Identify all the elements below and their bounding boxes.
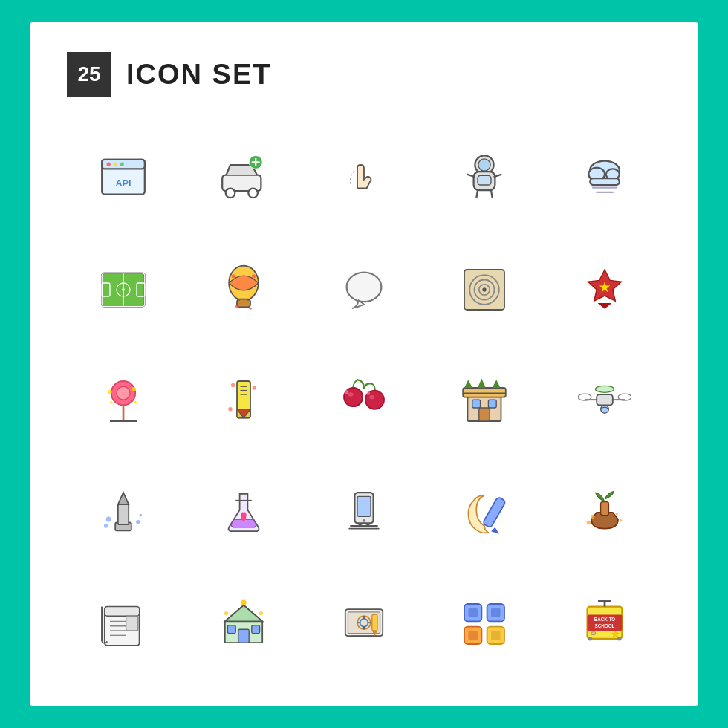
svg-point-93 bbox=[363, 519, 366, 523]
icon-back-to-school: BACK TO SCHOOL bbox=[548, 572, 661, 676]
icon-pencil-ruler bbox=[187, 349, 300, 453]
svg-rect-85 bbox=[118, 504, 129, 524]
icon-soccer-field bbox=[67, 238, 180, 342]
icon-building-store bbox=[428, 349, 541, 453]
svg-rect-96 bbox=[601, 502, 609, 516]
svg-point-88 bbox=[104, 524, 108, 527]
svg-point-67 bbox=[348, 392, 353, 396]
svg-rect-107 bbox=[126, 616, 138, 631]
svg-point-113 bbox=[224, 611, 228, 615]
svg-rect-132 bbox=[468, 631, 478, 640]
svg-point-69 bbox=[345, 390, 348, 394]
svg-line-18 bbox=[476, 190, 478, 198]
icon-badge-star bbox=[548, 238, 661, 342]
icon-chemistry-love bbox=[187, 461, 300, 565]
svg-point-54 bbox=[110, 401, 113, 404]
icon-design-tools bbox=[308, 572, 420, 676]
svg-rect-72 bbox=[472, 400, 481, 408]
svg-rect-92 bbox=[357, 496, 371, 516]
svg-point-7 bbox=[226, 189, 235, 198]
svg-point-53 bbox=[132, 387, 136, 391]
svg-point-41 bbox=[347, 273, 382, 302]
svg-point-83 bbox=[595, 386, 614, 392]
svg-rect-142 bbox=[591, 632, 595, 635]
icon-target bbox=[428, 238, 541, 342]
svg-point-63 bbox=[253, 386, 256, 389]
svg-point-98 bbox=[615, 513, 618, 516]
svg-rect-109 bbox=[238, 629, 249, 643]
icon-plant-boat bbox=[548, 461, 661, 565]
icon-add-car bbox=[187, 126, 300, 230]
icon-greenhouse bbox=[187, 572, 300, 676]
icon-drone bbox=[548, 349, 661, 453]
svg-point-37 bbox=[232, 274, 235, 278]
svg-rect-110 bbox=[227, 625, 235, 634]
svg-rect-131 bbox=[491, 608, 501, 617]
svg-point-97 bbox=[591, 515, 594, 519]
svg-point-30 bbox=[122, 288, 125, 291]
svg-line-19 bbox=[491, 190, 493, 198]
svg-rect-133 bbox=[491, 631, 501, 640]
main-card: 25 ICON SET API bbox=[30, 22, 698, 706]
icon-newspaper bbox=[67, 572, 180, 676]
header: 25 ICON SET bbox=[67, 52, 661, 97]
icon-astronaut bbox=[428, 126, 541, 230]
svg-point-40 bbox=[249, 307, 252, 310]
page-title: ICON SET bbox=[126, 59, 271, 91]
svg-point-3 bbox=[114, 162, 117, 166]
svg-rect-77 bbox=[597, 394, 613, 405]
svg-point-64 bbox=[228, 407, 232, 411]
svg-point-114 bbox=[259, 611, 263, 615]
svg-text:SCHOOL: SCHOOL bbox=[595, 623, 615, 628]
svg-point-62 bbox=[231, 383, 235, 387]
svg-point-82 bbox=[601, 405, 609, 413]
svg-rect-102 bbox=[105, 607, 140, 617]
svg-point-38 bbox=[252, 274, 256, 278]
icon-app-grid bbox=[428, 572, 541, 676]
icon-api-browser: API bbox=[67, 126, 180, 230]
svg-point-49 bbox=[117, 386, 130, 400]
svg-rect-15 bbox=[478, 175, 491, 185]
svg-text:API: API bbox=[116, 178, 131, 189]
icon-cherries bbox=[308, 349, 420, 453]
svg-point-52 bbox=[108, 390, 111, 394]
svg-point-55 bbox=[134, 401, 137, 404]
svg-point-39 bbox=[235, 305, 238, 308]
icon-lollipop bbox=[67, 349, 180, 453]
svg-rect-23 bbox=[590, 178, 620, 185]
svg-point-86 bbox=[106, 516, 111, 521]
icon-touch-gesture bbox=[308, 126, 420, 230]
svg-point-138 bbox=[617, 637, 621, 640]
svg-rect-94 bbox=[483, 497, 507, 528]
svg-point-2 bbox=[107, 162, 111, 166]
svg-rect-73 bbox=[488, 400, 496, 408]
badge-number: 25 bbox=[67, 52, 111, 97]
svg-marker-95 bbox=[491, 527, 499, 534]
svg-point-99 bbox=[587, 521, 591, 524]
svg-point-46 bbox=[482, 287, 486, 291]
icon-monument bbox=[67, 461, 180, 565]
svg-point-87 bbox=[136, 520, 140, 524]
svg-point-13 bbox=[478, 159, 490, 171]
icon-cloud-fog bbox=[548, 126, 661, 230]
svg-point-112 bbox=[241, 600, 246, 605]
svg-point-89 bbox=[140, 514, 143, 517]
svg-point-137 bbox=[588, 637, 592, 640]
svg-rect-111 bbox=[252, 625, 260, 634]
icon-moon-pen bbox=[428, 461, 541, 565]
svg-rect-74 bbox=[479, 408, 490, 421]
svg-text:BACK TO: BACK TO bbox=[594, 617, 616, 622]
svg-point-8 bbox=[248, 189, 258, 198]
svg-rect-130 bbox=[468, 608, 478, 617]
svg-rect-75 bbox=[463, 388, 506, 397]
icon-phone-stand bbox=[308, 461, 420, 565]
svg-point-70 bbox=[366, 391, 370, 395]
svg-point-4 bbox=[120, 162, 124, 166]
icon-hot-air-balloon bbox=[187, 238, 300, 342]
svg-point-100 bbox=[620, 519, 623, 522]
icons-grid: API bbox=[67, 126, 661, 676]
svg-point-68 bbox=[369, 395, 374, 399]
svg-rect-123 bbox=[372, 614, 377, 631]
icon-chat-bubble bbox=[308, 238, 420, 342]
